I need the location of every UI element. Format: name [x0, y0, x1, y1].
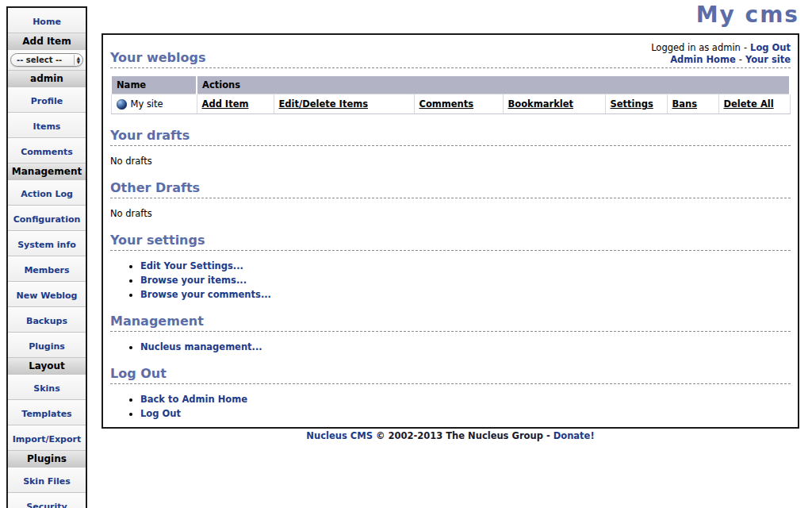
sidebar-item-security-enforcer[interactable]: Security Enforcer [8, 493, 86, 508]
weblog-name-cell: My site [111, 94, 197, 114]
copyright-text: © 2002-2013 The Nucleus Group - [376, 430, 550, 441]
section-title-your-settings: Your settings [110, 233, 791, 251]
sidebar-header-add-item: Add Item [8, 33, 86, 50]
management-links-list: Nucleus management... [140, 341, 791, 352]
list-item: Browse your items... [140, 275, 791, 286]
column-header-actions: Actions [197, 76, 790, 94]
browse-your-comments-link[interactable]: Browse your comments... [140, 289, 271, 300]
sidebar-item-comments[interactable]: Comments [8, 138, 86, 164]
weblogs-table-header-row: Name Actions [111, 76, 790, 94]
list-item: Edit Your Settings... [140, 260, 791, 271]
settings-action-link[interactable]: Settings [611, 98, 653, 110]
admin-home-link[interactable]: Admin Home [670, 54, 736, 66]
other-drafts-empty-text: No drafts [110, 208, 791, 219]
log-out-link[interactable]: Log Out [750, 42, 791, 54]
sidebar-item-profile[interactable]: Profile [8, 87, 86, 113]
sidebar-item-plugins[interactable]: Plugins [8, 333, 86, 358]
back-to-admin-home-link[interactable]: Back to Admin Home [140, 394, 247, 405]
sidebar-item-home[interactable]: Home [8, 8, 86, 33]
weblogs-table: Name Actions My site Add Item Edit/Delet… [110, 76, 791, 114]
action-cell-edit-delete[interactable]: Edit/Delete Items [274, 94, 414, 114]
browse-your-items-link[interactable]: Browse your items... [140, 275, 247, 286]
sidebar-link-security-enforcer[interactable]: Security Enforcer [26, 502, 68, 508]
edit-your-settings-link[interactable]: Edit Your Settings... [140, 260, 243, 271]
login-info: Logged in as admin - Log Out Admin Home … [651, 42, 791, 66]
weblog-row: My site Add Item Edit/Delete Items Comme… [111, 94, 790, 114]
sidebar-item-system-info[interactable]: System info [8, 231, 86, 256]
sidebar-header-layout: Layout [8, 358, 86, 375]
sidebar-link-skins[interactable]: Skins [33, 383, 59, 394]
list-item: Back to Admin Home [140, 394, 791, 405]
action-cell-comments[interactable]: Comments [414, 94, 503, 114]
sidebar-header-plugins: Plugins [8, 451, 86, 468]
sidebar-select-cell: -- select -- ▲▼ [8, 50, 86, 71]
sidebar-item-import-export[interactable]: Import/Export [8, 425, 86, 451]
column-header-name: Name [111, 76, 197, 94]
sidebar-link-import-export[interactable]: Import/Export [13, 434, 81, 444]
sidebar-item-templates[interactable]: Templates [8, 400, 86, 425]
weblog-globe-icon [117, 99, 127, 110]
donate-link[interactable]: Donate! [553, 430, 595, 441]
sidebar-link-plugins[interactable]: Plugins [29, 341, 65, 352]
dash-separator: - [744, 42, 747, 54]
sidebar-link-system-info[interactable]: System info [17, 240, 76, 250]
settings-links-list: Edit Your Settings... Browse your items.… [140, 260, 791, 300]
sidebar-link-home[interactable]: Home [33, 17, 61, 27]
edit-delete-items-link[interactable]: Edit/Delete Items [279, 98, 369, 110]
comments-action-link[interactable]: Comments [419, 98, 474, 110]
sidebar-link-members[interactable]: Members [24, 265, 69, 275]
action-cell-delete-all[interactable]: Delete All [718, 94, 790, 114]
logout-links-list: Back to Admin Home Log Out [140, 394, 791, 419]
logged-in-text: Logged in as admin [651, 42, 741, 54]
main-content: Logged in as admin - Log Out Admin Home … [102, 33, 799, 429]
sidebar-link-items[interactable]: Items [33, 121, 61, 132]
add-item-select[interactable]: -- select -- ▲▼ [10, 53, 83, 67]
sidebar-header-management: Management [8, 164, 86, 180]
section-title-your-drafts: Your drafts [110, 128, 791, 146]
action-cell-add-item[interactable]: Add Item [197, 94, 274, 114]
sidebar-item-configuration[interactable]: Configuration [8, 206, 86, 231]
sidebar-link-skin-files[interactable]: Skin Files [23, 476, 71, 487]
your-site-link[interactable]: Your site [745, 54, 791, 66]
bookmarklet-action-link[interactable]: Bookmarklet [508, 98, 574, 110]
add-item-action-link[interactable]: Add Item [202, 98, 249, 110]
nucleus-cms-link[interactable]: Nucleus CMS [306, 430, 373, 441]
delete-all-action-link[interactable]: Delete All [724, 98, 774, 110]
sidebar-link-backups[interactable]: Backups [26, 316, 67, 326]
sidebar-link-profile[interactable]: Profile [31, 96, 63, 106]
sidebar-item-skins[interactable]: Skins [8, 375, 86, 400]
sidebar-link-new-weblog[interactable]: New Weblog [17, 291, 78, 301]
list-item: Browse your comments... [140, 289, 791, 300]
section-title-log-out: Log Out [110, 366, 791, 384]
section-title-management: Management [110, 314, 791, 332]
action-cell-bans[interactable]: Bans [667, 94, 718, 114]
dash-separator: - [739, 54, 742, 66]
footer: Nucleus CMS © 2002-2013 The Nucleus Grou… [110, 430, 791, 441]
sidebar-item-members[interactable]: Members [8, 256, 86, 282]
sidebar-link-action-log[interactable]: Action Log [21, 189, 73, 199]
action-cell-bookmarklet[interactable]: Bookmarklet [503, 94, 605, 114]
list-item: Log Out [140, 408, 791, 419]
bans-action-link[interactable]: Bans [672, 98, 698, 110]
log-out-list-link[interactable]: Log Out [140, 408, 181, 419]
your-drafts-empty-text: No drafts [110, 156, 791, 167]
sidebar-item-items[interactable]: Items [8, 113, 86, 138]
section-title-other-drafts: Other Drafts [110, 180, 791, 198]
page-title: My cms [696, 2, 799, 28]
nucleus-management-link[interactable]: Nucleus management... [140, 341, 262, 352]
sidebar-item-backups[interactable]: Backups [8, 307, 86, 333]
sidebar: Home Add Item -- select -- ▲▼ admin Prof… [6, 6, 87, 508]
list-item: Nucleus management... [140, 341, 791, 352]
sidebar-link-configuration[interactable]: Configuration [13, 214, 81, 225]
sidebar-header-admin: admin [8, 71, 86, 87]
add-item-select-value: -- select -- [17, 56, 62, 64]
select-stepper-icon: ▲▼ [74, 55, 80, 65]
sidebar-item-skin-files[interactable]: Skin Files [8, 468, 86, 493]
sidebar-link-comments[interactable]: Comments [21, 147, 73, 157]
sidebar-item-action-log[interactable]: Action Log [8, 180, 86, 206]
weblog-name: My site [131, 98, 163, 110]
action-cell-settings[interactable]: Settings [605, 94, 667, 114]
sidebar-link-templates[interactable]: Templates [21, 409, 71, 419]
sidebar-item-new-weblog[interactable]: New Weblog [8, 282, 86, 307]
